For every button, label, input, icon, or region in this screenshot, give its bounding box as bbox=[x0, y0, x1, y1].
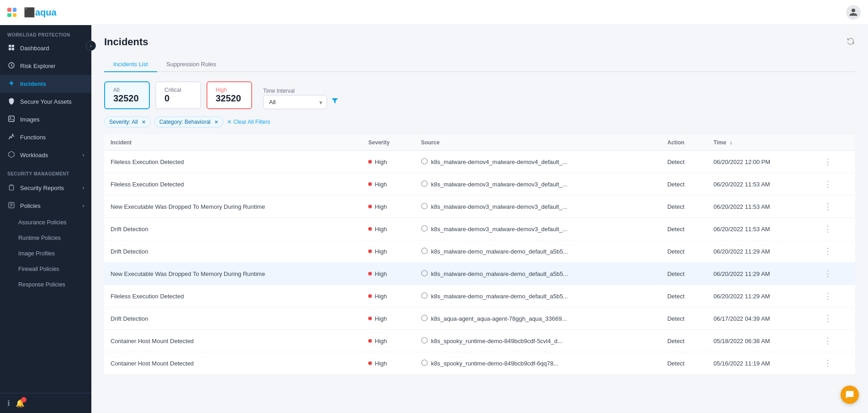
sidebar-item-risk-explorer[interactable]: Risk Explorer bbox=[0, 57, 91, 75]
cell-more[interactable]: ⋮ bbox=[815, 196, 855, 218]
severity-card-critical[interactable]: Critical 0 bbox=[155, 81, 201, 109]
source-icon bbox=[421, 225, 428, 233]
table-row[interactable]: Drift Detection High k8s_malware-demo_ma… bbox=[104, 240, 855, 263]
filter-chip-severity-text: Severity: All bbox=[109, 119, 138, 125]
table-row[interactable]: Container Host Mount Detected High k8s_s… bbox=[104, 352, 855, 375]
cell-more[interactable]: ⋮ bbox=[815, 285, 855, 307]
more-options-button[interactable]: ⋮ bbox=[821, 245, 835, 257]
cell-incident: Fileless Execution Detected bbox=[104, 173, 362, 196]
active-filters: Severity: All ✕ Category: Behavioral ✕ ✕… bbox=[104, 116, 855, 127]
sidebar-item-security-reports[interactable]: Security Reports › bbox=[0, 179, 91, 197]
logo-text: ⬛aqua bbox=[24, 7, 57, 18]
col-action: Action bbox=[661, 135, 707, 151]
cell-action: Detect bbox=[661, 240, 707, 263]
more-options-button[interactable]: ⋮ bbox=[821, 201, 835, 212]
cell-source: k8s_malware-demo_malware-demo_default_a5… bbox=[414, 285, 661, 307]
cell-more[interactable]: ⋮ bbox=[815, 352, 855, 375]
cell-more[interactable]: ⋮ bbox=[815, 240, 855, 263]
sidebar-item-assurance-policies[interactable]: Assurance Policies bbox=[0, 215, 91, 230]
sidebar-item-label: Secure Your Assets bbox=[20, 98, 72, 105]
filter-chip-severity-remove[interactable]: ✕ bbox=[142, 119, 146, 125]
app-grid-icon[interactable] bbox=[7, 8, 16, 17]
sidebar-item-runtime-policies[interactable]: Runtime Policies bbox=[0, 230, 91, 246]
table-row[interactable]: New Executable Was Dropped To Memory Dur… bbox=[104, 263, 855, 285]
source-text: k8s_malware-demov3_malware-demov3_defaul… bbox=[431, 181, 567, 188]
col-incident: Incident bbox=[104, 135, 362, 151]
sidebar-item-image-profiles[interactable]: Image Profiles bbox=[0, 246, 91, 261]
severity-label: High bbox=[375, 203, 387, 210]
more-options-button[interactable]: ⋮ bbox=[821, 223, 835, 235]
sidebar-item-label: Incidents bbox=[20, 80, 46, 87]
table-row[interactable]: Fileless Execution Detected High k8s_mal… bbox=[104, 285, 855, 307]
severity-card-high-count: 32520 bbox=[216, 93, 243, 104]
cell-incident: Drift Detection bbox=[104, 240, 362, 263]
source-icon bbox=[421, 314, 428, 323]
cell-time: 06/17/2022 04:39 AM bbox=[707, 307, 815, 330]
table-header-row: Incident Severity Source Action Time ↓ bbox=[104, 135, 855, 151]
cell-action: Detect bbox=[661, 285, 707, 307]
sidebar-item-images[interactable]: Images bbox=[0, 111, 91, 128]
cell-more[interactable]: ⋮ bbox=[815, 173, 855, 196]
severity-label: High bbox=[375, 226, 387, 233]
table-row[interactable]: New Executable Was Dropped To Memory Dur… bbox=[104, 196, 855, 218]
more-options-button[interactable]: ⋮ bbox=[821, 335, 835, 347]
chat-bubble[interactable] bbox=[841, 386, 859, 404]
sidebar-item-dashboard[interactable]: Dashboard bbox=[0, 39, 91, 57]
sidebar-sub-label: Firewall Policies bbox=[18, 266, 59, 272]
more-options-button[interactable]: ⋮ bbox=[821, 178, 835, 190]
logo: ⬛aqua bbox=[7, 7, 57, 18]
time-interval-select[interactable]: All Last Hour Last 24 Hours Last 7 Days … bbox=[263, 95, 327, 109]
notification-badge[interactable]: 🔔 bbox=[16, 399, 25, 408]
refresh-button[interactable] bbox=[846, 37, 855, 48]
severity-card-all[interactable]: All 32520 bbox=[104, 81, 150, 109]
table-row[interactable]: Drift Detection High k8s_malware-demov3_… bbox=[104, 218, 855, 240]
sidebar-item-policies[interactable]: Policies › bbox=[0, 197, 91, 215]
cell-incident: New Executable Was Dropped To Memory Dur… bbox=[104, 263, 362, 285]
page-header: Incidents bbox=[104, 36, 855, 48]
sidebar-collapse-button[interactable]: ‹ bbox=[86, 41, 96, 51]
source-text: k8s_spooky_runtime-demo-849bcb9cdf-6qq78… bbox=[431, 360, 558, 367]
sidebar-item-response-policies[interactable]: Response Policies bbox=[0, 277, 91, 292]
cell-source: k8s_spooky_runtime-demo-849bcb9cdf-6qq78… bbox=[414, 352, 661, 375]
tab-incidents-list[interactable]: Incidents List bbox=[104, 57, 157, 72]
severity-label: High bbox=[375, 360, 387, 367]
info-icon[interactable]: ℹ bbox=[7, 399, 10, 408]
tab-suppression-rules[interactable]: Suppression Rules bbox=[157, 57, 225, 72]
sidebar: WORKLOAD PROTECTION Dashboard Risk Explo… bbox=[0, 25, 91, 413]
cell-more[interactable]: ⋮ bbox=[815, 151, 855, 173]
table-row[interactable]: Fileless Execution Detected High k8s_mal… bbox=[104, 151, 855, 173]
table-row[interactable]: Drift Detection High k8s_aqua-agent_aqua… bbox=[104, 307, 855, 330]
source-icon bbox=[421, 292, 428, 301]
user-avatar[interactable] bbox=[846, 5, 861, 20]
more-options-button[interactable]: ⋮ bbox=[821, 290, 835, 302]
more-options-button[interactable]: ⋮ bbox=[821, 312, 835, 324]
sidebar-item-firewall-policies[interactable]: Firewall Policies bbox=[0, 261, 91, 277]
sidebar-item-secure-assets[interactable]: Secure Your Assets bbox=[0, 93, 91, 111]
col-time[interactable]: Time ↓ bbox=[707, 135, 815, 151]
filter-chip-category-remove[interactable]: ✕ bbox=[214, 119, 218, 125]
sidebar-item-workloads[interactable]: Workloads › bbox=[0, 146, 91, 164]
severity-card-high[interactable]: High 32520 bbox=[206, 81, 252, 109]
clear-all-filters-button[interactable]: ✕ Clear All Filters bbox=[227, 119, 270, 125]
filter-funnel-icon[interactable] bbox=[331, 97, 339, 107]
cell-more[interactable]: ⋮ bbox=[815, 307, 855, 330]
cell-more[interactable]: ⋮ bbox=[815, 218, 855, 240]
severity-dot bbox=[368, 160, 372, 164]
table-row[interactable]: Fileless Execution Detected High k8s_mal… bbox=[104, 173, 855, 196]
table-row[interactable]: Container Host Mount Detected High k8s_s… bbox=[104, 330, 855, 352]
severity-dot bbox=[368, 294, 372, 298]
sidebar-item-incidents[interactable]: Incidents bbox=[0, 75, 91, 93]
more-options-button[interactable]: ⋮ bbox=[821, 357, 835, 369]
cell-more[interactable]: ⋮ bbox=[815, 263, 855, 285]
sidebar-sub-label: Image Profiles bbox=[18, 250, 55, 257]
severity-label: High bbox=[375, 181, 387, 188]
cell-more[interactable]: ⋮ bbox=[815, 330, 855, 352]
sidebar-item-functions[interactable]: Functions bbox=[0, 128, 91, 146]
cell-source: k8s_aqua-agent_aqua-agent-78ggh_aqua_336… bbox=[414, 307, 661, 330]
more-options-button[interactable]: ⋮ bbox=[821, 268, 835, 280]
severity-card-all-count: 32520 bbox=[113, 93, 141, 104]
more-options-button[interactable]: ⋮ bbox=[821, 156, 835, 168]
severity-card-all-label: All bbox=[113, 87, 141, 93]
severity-label: High bbox=[375, 270, 387, 277]
severity-label: High bbox=[375, 293, 387, 300]
